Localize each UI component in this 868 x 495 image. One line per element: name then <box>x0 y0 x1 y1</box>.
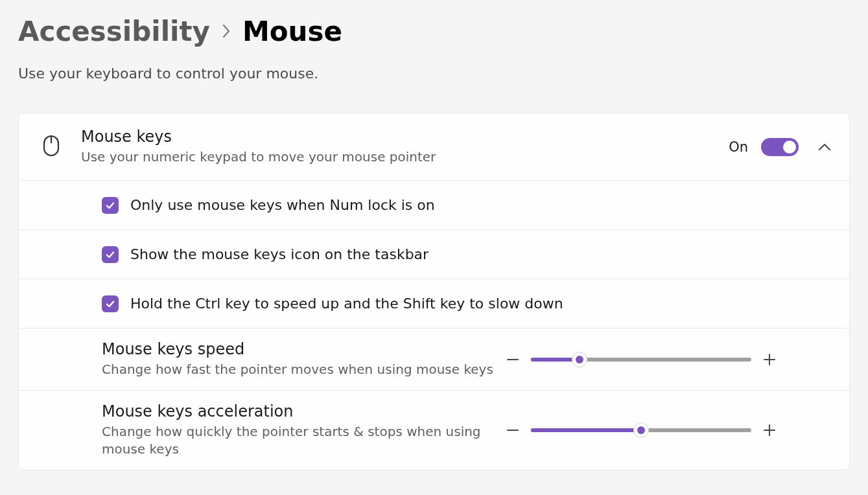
speed-increase-button[interactable] <box>760 351 779 369</box>
settings-card: Mouse keys Use your numeric keypad to mo… <box>18 113 850 470</box>
breadcrumb: Accessibility Mouse <box>18 16 850 47</box>
option-taskbar-icon-checkbox[interactable] <box>102 246 119 263</box>
chevron-up-icon[interactable] <box>818 141 831 154</box>
acceleration-increase-button[interactable] <box>760 421 779 439</box>
option-numlock-row: Only use mouse keys when Num lock is on <box>19 181 849 230</box>
speed-slider[interactable] <box>531 358 751 362</box>
acceleration-slider-fill <box>531 428 641 432</box>
speed-decrease-button[interactable] <box>504 351 522 369</box>
mouse-icon <box>42 134 60 160</box>
acceleration-decrease-button[interactable] <box>504 421 522 439</box>
mouse-keys-title: Mouse keys <box>81 128 729 146</box>
speed-slider-thumb[interactable] <box>572 352 587 367</box>
acceleration-slider[interactable] <box>531 428 751 432</box>
option-numlock-checkbox[interactable] <box>102 197 119 214</box>
acceleration-slider-thumb[interactable] <box>633 422 649 438</box>
option-ctrl-shift-row: Hold the Ctrl key to speed up and the Sh… <box>19 279 849 328</box>
option-taskbar-icon-label: Show the mouse keys icon on the taskbar <box>130 246 428 262</box>
option-taskbar-icon-row: Show the mouse keys icon on the taskbar <box>19 230 849 279</box>
page-title: Mouse <box>242 16 342 47</box>
acceleration-title: Mouse keys acceleration <box>102 402 504 420</box>
speed-description: Change how fast the pointer moves when u… <box>102 361 504 378</box>
option-ctrl-shift-label: Hold the Ctrl key to speed up and the Sh… <box>130 295 563 312</box>
breadcrumb-parent[interactable]: Accessibility <box>18 16 210 47</box>
page-subtitle: Use your keyboard to control your mouse. <box>18 65 850 82</box>
mouse-keys-toggle[interactable] <box>761 138 799 156</box>
mouse-keys-expander[interactable]: Mouse keys Use your numeric keypad to mo… <box>19 113 849 181</box>
speed-title: Mouse keys speed <box>102 340 504 358</box>
acceleration-slider-row: Mouse keys acceleration Change how quick… <box>19 391 849 470</box>
option-ctrl-shift-checkbox[interactable] <box>102 295 119 312</box>
acceleration-description: Change how quickly the pointer starts & … <box>102 423 504 458</box>
chevron-right-icon <box>222 21 231 43</box>
mouse-keys-toggle-label: On <box>729 139 748 155</box>
speed-slider-row: Mouse keys speed Change how fast the poi… <box>19 328 849 391</box>
mouse-keys-description: Use your numeric keypad to move your mou… <box>81 148 729 166</box>
option-numlock-label: Only use mouse keys when Num lock is on <box>130 197 435 213</box>
